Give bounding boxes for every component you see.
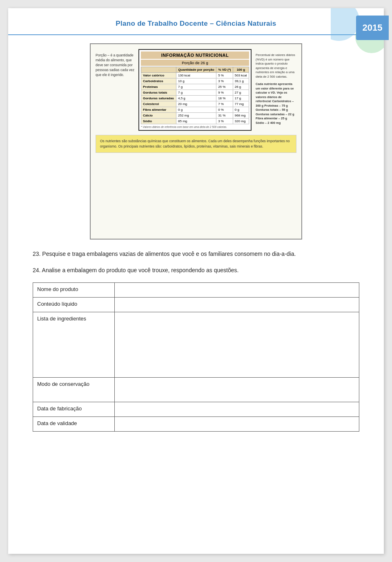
nut-row-col2: 18 % [216,96,233,101]
nut-row-col3: 77 mg [233,101,249,107]
nutrition-image-container: Porção – é a quantidade média do aliment… [90,43,302,240]
table-row: Modo de conservação [33,377,359,402]
nut-row-label: Gorduras totais [141,90,176,96]
nut-row-col3: 968 mg [233,113,249,119]
nutrition-box: INFORMAÇÃO NUTRICIONAL Porção de 26 g Qu… [138,49,252,131]
nut-row-col2: 9 % [216,90,233,96]
table-value[interactable] [115,402,359,416]
nutrition-row: Sódio 85 mg 3 % 320 mg [141,119,249,124]
nut-row-col1: 0 g [176,107,216,113]
nut-row-col3: 503 kcal [233,73,249,78]
nut-row-label: Proteínas [141,84,176,90]
nutrition-layout: Porção – é a quantidade média do aliment… [96,49,296,131]
nut-row-label: Gorduras saturadas [141,96,176,101]
nut-row-label: Valor calórico [141,73,176,78]
nut-row-col1: 7 g [176,84,216,90]
table-row: Lista de ingredientes [33,312,359,377]
right-text-1: Percentual de valores diários (%VD) é um… [256,53,296,79]
yellow-box: Os nutrientes são substâncias químicas q… [96,135,296,153]
table-value[interactable] [115,416,359,431]
nut-row-label: Carboidratos [141,78,176,84]
table-label: Modo de conservação [33,377,115,402]
answer-table: Nome do produto Conteúdo líquido Lista d… [33,282,359,432]
table-row: Data de validade [33,416,359,431]
nutrition-row: Carboidratos 10 g 3 % 39,1 g [141,78,249,84]
table-label: Data de validade [33,416,115,431]
main-content: Porção – é a quantidade média do aliment… [8,43,384,448]
nutrition-row: Colesterol 20 mg 7 % 77 mg [141,101,249,107]
q24-number: 24. [33,267,40,273]
left-text: Porção – é a quantidade média do aliment… [96,49,134,77]
table-label: Lista de ingredientes [33,312,115,377]
page: 2015 Plano de Trabalho Docente – Ciência… [8,8,384,554]
nut-row-col1: 252 mg [176,113,216,119]
table-label: Conteúdo líquido [33,297,115,312]
nut-row-col1: 10 g [176,78,216,84]
nut-note: * Valores diários de referência com base… [141,125,249,128]
nut-row-col1: 130 kcal [176,73,216,78]
q24-text: Analise a embalagem do produto que você … [42,267,239,273]
nut-row-col2: 7 % [216,101,233,107]
table-value[interactable] [115,282,359,297]
year-badge: 2015 [356,16,389,40]
nut-row-col3: 0 g [233,107,249,113]
nut-row-col2: 3 % [216,119,233,124]
table-row: Data de fabricação [33,402,359,416]
table-row: Nome do produto [33,282,359,297]
nut-row-col2: 5 % [216,73,233,78]
nutrition-title: INFORMAÇÃO NUTRICIONAL [141,51,249,59]
nut-row-col2: 31 % [216,113,233,119]
nut-row-col3: 26 g [233,84,249,90]
table-value[interactable] [115,312,359,377]
table-row: Conteúdo líquido [33,297,359,312]
nut-row-col1: 85 mg [176,119,216,124]
nut-row-label: Colesterol [141,101,176,107]
page-header: Plano de Trabalho Docente – Ciências Nat… [8,8,384,35]
nut-row-col1: 4,5 g [176,96,216,101]
nut-row-col2: 0 % [216,107,233,113]
nut-row-col3: 320 mg [233,119,249,124]
nutrition-row: Fibra alimentar 0 g 0 % 0 g [141,107,249,113]
right-annotations: Percentual de valores diários (%VD) é um… [256,49,296,125]
nutrition-row: Gorduras totais 7 g 9 % 27 g [141,90,249,96]
nut-row-col2: 25 % [216,84,233,90]
nut-row-label: Fibra alimentar [141,107,176,113]
nutrition-row: Proteínas 7 g 25 % 26 g [141,84,249,90]
page-title: Plano de Trabalho Docente – Ciências Nat… [33,20,359,28]
q23-number: 23. [33,251,40,257]
table-value[interactable] [115,377,359,402]
col-header-vd: % VD (*) [216,67,233,73]
right-text-2: Cada nutriente apresenta um valor difere… [256,82,296,125]
question-24: 24. Analise a embalagem do produto que v… [33,266,359,275]
q23-text: Pesquise e traga embalagens vazias de al… [42,251,296,257]
nutrition-row: Valor calórico 130 kcal 5 % 503 kcal [141,73,249,78]
nut-row-col1: 7 g [176,90,216,96]
porcao-row: Porção de 26 g [141,60,249,66]
question-23: 23. Pesquise e traga embalagens vazias d… [33,249,359,258]
nutrition-row: Gorduras saturadas 4,5 g 18 % 17 g [141,96,249,101]
nut-row-label: Sódio [141,119,176,124]
col-header-porcao: Quantidade por porção [176,67,216,73]
col-header-100g: 100 g [233,67,249,73]
nut-row-col3: 17 g [233,96,249,101]
col-header-empty [141,67,176,73]
nut-row-col3: 27 g [233,90,249,96]
table-label: Data de fabricação [33,402,115,416]
nut-row-col3: 39,1 g [233,78,249,84]
nut-row-label: Cálcio [141,113,176,119]
nut-row-col1: 20 mg [176,101,216,107]
table-value[interactable] [115,297,359,312]
nut-row-col2: 3 % [216,78,233,84]
nutrition-table: Quantidade por porção % VD (*) 100 g Val… [141,67,249,124]
nutrition-row: Cálcio 252 mg 31 % 968 mg [141,113,249,119]
table-label: Nome do produto [33,282,115,297]
